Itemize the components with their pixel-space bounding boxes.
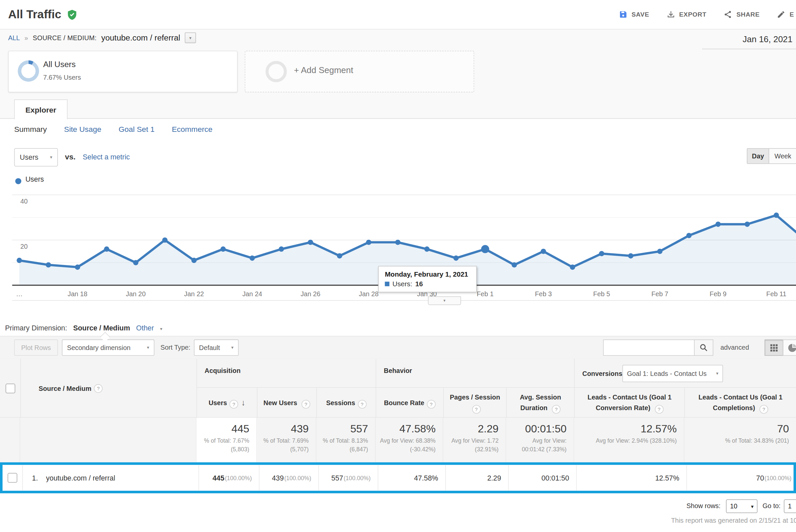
svg-text:Feb 7: Feb 7 — [651, 290, 668, 298]
advanced-search-link[interactable]: advanced — [721, 344, 749, 352]
export-button[interactable]: EXPORT — [666, 10, 706, 19]
svg-text:Jan 26: Jan 26 — [301, 290, 320, 298]
breadcrumb-dropdown-button[interactable]: ▾ — [185, 33, 196, 43]
svg-text:Jan 24: Jan 24 — [242, 290, 262, 298]
help-icon[interactable]: ? — [552, 405, 560, 414]
secondary-dimension-dropdown[interactable]: Secondary dimension ▾ — [62, 339, 154, 356]
help-icon[interactable]: ? — [94, 384, 103, 393]
column-header-sessions[interactable]: Sessions? — [317, 388, 376, 418]
column-header-pages-session[interactable]: Pages / Session ? — [444, 388, 506, 418]
segment-card-all-users[interactable]: All Users 7.67% Users — [8, 51, 238, 92]
column-header-goal-completions[interactable]: Leads - Contact Us (Goal 1 Completions) … — [685, 388, 796, 418]
table-row[interactable]: 1. youtube.com / referral 445(100.00%) 4… — [3, 465, 794, 491]
search-icon — [699, 343, 708, 352]
granularity-week-button[interactable]: Week — [769, 148, 796, 164]
go-to-input[interactable]: 1 — [784, 499, 796, 513]
go-to-value: 1 — [788, 502, 792, 510]
column-header-users[interactable]: Users? ↓ — [197, 388, 257, 418]
row-sessions: 557(100.00%) — [319, 465, 378, 491]
page-title: All Traffic — [8, 0, 77, 29]
tooltip-series-square-icon — [385, 282, 389, 286]
metric-dropdown[interactable]: Users ▾ — [14, 148, 58, 166]
help-icon[interactable]: ? — [472, 405, 480, 414]
column-header-source-medium[interactable]: Source / Medium ? — [20, 359, 172, 418]
share-button[interactable]: SHARE — [724, 10, 759, 19]
segment-subtitle: 7.67% Users — [43, 74, 81, 81]
svg-text:Feb 11: Feb 11 — [766, 290, 786, 298]
legend-users-dot-icon — [15, 178, 21, 184]
group-header-acquisition: Acquisition — [205, 367, 241, 375]
legend-users-label: Users — [25, 175, 44, 183]
select-a-metric-link[interactable]: Select a metric — [83, 153, 130, 161]
totals-bounce-rate: 47.58% Avg for View: 68.38% (-30.42%) — [376, 418, 443, 465]
help-icon[interactable]: ? — [655, 405, 663, 414]
svg-text:Feb 3: Feb 3 — [535, 290, 552, 298]
table-search-input[interactable] — [603, 339, 695, 356]
save-icon — [619, 10, 628, 19]
chevron-down-icon: ▾ — [160, 326, 163, 331]
show-rows-select[interactable]: 10 ▾ — [726, 499, 757, 513]
help-icon[interactable]: ? — [427, 399, 436, 408]
breadcrumb-all-link[interactable]: ALL — [8, 34, 20, 41]
row-goal-conversion-rate: 12.57% — [577, 465, 687, 491]
column-header-avg-session-duration[interactable]: Avg. Session Duration ? — [507, 388, 574, 418]
chevron-down-icon: ▾ — [147, 345, 149, 350]
subtab-summary[interactable]: Summary — [14, 125, 47, 133]
select-all-checkbox[interactable] — [6, 383, 15, 393]
primary-dimension-source-medium[interactable]: Source / Medium — [73, 324, 130, 332]
svg-text:Feb 1: Feb 1 — [477, 290, 494, 298]
search-button[interactable] — [694, 339, 713, 356]
subtab-ecommerce[interactable]: Ecommerce — [172, 125, 212, 133]
help-icon[interactable]: ? — [358, 399, 367, 408]
export-button-label: EXPORT — [679, 11, 706, 18]
show-rows-label: Show rows: — [686, 502, 721, 509]
save-button-label: SAVE — [632, 11, 649, 18]
week-label: Week — [774, 152, 791, 160]
sort-type-dropdown[interactable]: Default ▾ — [194, 339, 239, 356]
subtab-site-usage[interactable]: Site Usage — [64, 125, 101, 133]
svg-text:Feb 5: Feb 5 — [593, 290, 610, 298]
tooltip-value: 16 — [415, 280, 423, 288]
breadcrumb-separator: » — [24, 34, 28, 41]
table-toolbar: Plot Rows Secondary dimension ▾ Sort Typ… — [0, 336, 796, 359]
date-range-underline — [702, 49, 796, 50]
explorer-subtabs: Summary Site Usage Goal Set 1 Ecommerce — [14, 125, 212, 133]
plot-rows-button[interactable]: Plot Rows — [14, 339, 58, 356]
column-header-new-users[interactable]: New Users ? — [258, 388, 316, 418]
date-range-selector[interactable]: Jan 16, 2021 — [742, 35, 792, 45]
sort-type-value: Default — [199, 344, 220, 352]
help-icon[interactable]: ? — [759, 405, 768, 414]
breadcrumb-dimension-label: SOURCE / MEDIUM: — [33, 34, 97, 41]
save-button[interactable]: SAVE — [619, 10, 649, 19]
granularity-day-button[interactable]: Day — [747, 148, 769, 164]
edit-button[interactable]: E — [777, 10, 794, 19]
share-icon — [724, 10, 732, 19]
percentage-view-button[interactable] — [783, 339, 796, 356]
tab-explorer[interactable]: Explorer — [14, 100, 68, 119]
tooltip-date: Monday, February 1, 2021 — [385, 271, 470, 278]
table-view-button[interactable] — [764, 339, 783, 356]
row-checkbox[interactable] — [8, 473, 17, 482]
goal-selector-dropdown[interactable]: Goal 1: Leads - Contact Us ▾ — [623, 365, 723, 382]
totals-users: 445 % of Total: 7.67% (5,803) — [196, 418, 257, 465]
row-source-medium[interactable]: youtube.com / referral — [46, 474, 115, 482]
pie-chart-icon — [788, 343, 796, 352]
breadcrumb-current-value: youtube.com / referral — [101, 33, 180, 42]
edit-button-label: E — [790, 11, 794, 18]
add-segment-card[interactable]: + Add Segment — [245, 51, 475, 92]
help-icon[interactable]: ? — [229, 399, 238, 408]
verified-shield-icon — [67, 9, 78, 20]
totals-checkbox-cell — [0, 418, 20, 465]
row-pages-session: 2.29 — [446, 465, 508, 491]
column-header-goal-conversion-rate[interactable]: Leads - Contact Us (Goal 1 Conversion Ra… — [575, 388, 684, 418]
annotations-expander[interactable]: ▾ — [428, 296, 461, 305]
subtab-goal-set-1[interactable]: Goal Set 1 — [118, 125, 154, 133]
help-icon[interactable]: ? — [302, 399, 310, 408]
totals-sessions: 557 % of Total: 8.13% (6,847) — [316, 418, 376, 465]
column-header-bounce-rate[interactable]: Bounce Rate? — [376, 388, 443, 418]
highlighted-row-outline: 1. youtube.com / referral 445(100.00%) 4… — [0, 462, 796, 493]
page-title-text: All Traffic — [8, 8, 61, 21]
sort-descending-icon: ↓ — [241, 397, 245, 409]
primary-dimension-other[interactable]: Other — [136, 324, 154, 332]
row-source-cell: 1. youtube.com / referral — [23, 465, 199, 491]
